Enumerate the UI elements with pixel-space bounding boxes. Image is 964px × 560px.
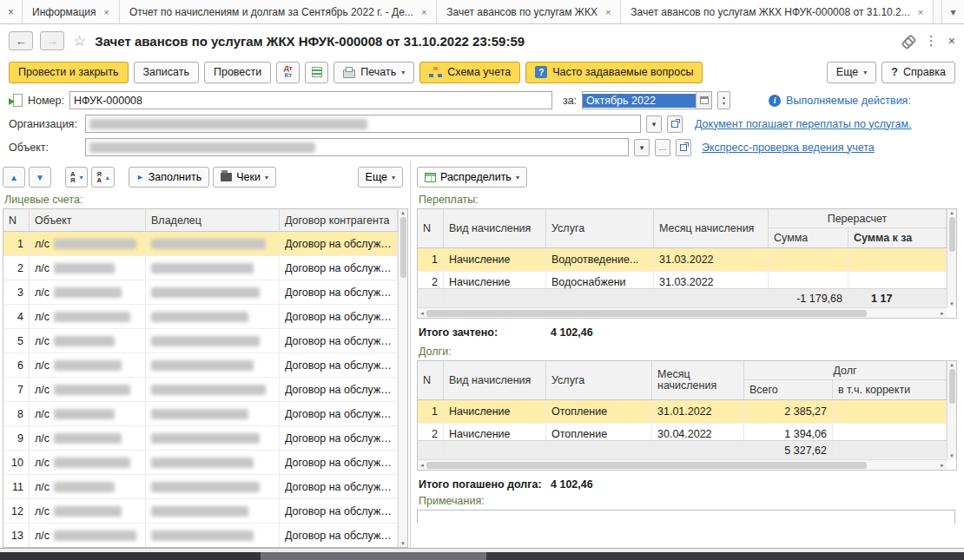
column-header-type[interactable]: Вид начисления: [444, 209, 546, 247]
scroll-down-icon[interactable]: ▼: [949, 301, 954, 306]
account-row[interactable]: 11 л/с Договор на обслужи...: [3, 475, 398, 499]
column-header-service[interactable]: Услуга: [546, 209, 654, 247]
notes-input[interactable]: [417, 510, 955, 524]
account-row[interactable]: 4 л/с Договор на обслужи...: [3, 305, 398, 329]
account-row[interactable]: 6 л/с Договор на обслужи...: [3, 353, 398, 378]
account-row[interactable]: 2 л/с Договор на обслужи...: [3, 256, 398, 280]
column-header-object[interactable]: Объект: [30, 209, 146, 231]
express-check-link[interactable]: Экспресс-проверка ведения учета: [702, 142, 875, 154]
column-header-service[interactable]: Услуга: [546, 361, 652, 399]
scrollbar-thumb[interactable]: [426, 462, 867, 469]
account-row[interactable]: 9 л/с Договор на обслужи...: [3, 426, 398, 451]
number-input[interactable]: НФУК-000008: [69, 91, 552, 109]
tab-report[interactable]: Отчет по начислениям и долгам за Сентябр…: [120, 0, 437, 23]
tab-close-button[interactable]: ×: [0, 0, 23, 23]
account-row[interactable]: 12 л/с Договор на обслужи...: [3, 499, 398, 524]
accounts-vertical-scrollbar[interactable]: ▲ ▼: [398, 209, 407, 547]
debt-row[interactable]: 2 Начисление Отопление 30.04.2022 1 394,…: [418, 424, 947, 440]
distribute-button[interactable]: Распределить ▾: [417, 167, 527, 188]
column-header-month[interactable]: Месяц начисления: [652, 361, 744, 399]
column-group-debt[interactable]: Долг: [744, 361, 947, 380]
fill-button[interactable]: ► Заполнить: [129, 167, 209, 188]
account-row[interactable]: 7 л/с Договор на обслужи...: [3, 378, 398, 402]
sort-asc-button[interactable]: АЯ ▾: [65, 167, 88, 188]
tab-information[interactable]: Информация ×: [23, 0, 120, 23]
tab-offset-document[interactable]: Зачет авансов по услугам ЖКХ НФУК-000008…: [621, 0, 934, 23]
organization-input[interactable]: [85, 115, 641, 133]
account-row[interactable]: 5 л/с Договор на обслужи...: [3, 329, 398, 353]
column-header-total[interactable]: Всего: [744, 380, 833, 399]
close-icon[interactable]: ×: [605, 7, 611, 17]
column-header-n[interactable]: N: [418, 209, 444, 247]
scrollbar-thumb[interactable]: [426, 310, 867, 317]
column-group-recalculation[interactable]: Перерасчет: [769, 209, 947, 228]
more-button[interactable]: Еще ▾: [827, 62, 876, 83]
overpayment-row[interactable]: 2 Начисление Водоснабжени 31.03.2022: [418, 272, 947, 288]
move-down-button[interactable]: ▼: [29, 167, 51, 188]
column-header-n[interactable]: N: [418, 361, 444, 399]
scroll-right-icon[interactable]: ►: [940, 311, 945, 316]
period-spinner[interactable]: ▴ ▾: [717, 91, 730, 109]
overpayment-row[interactable]: 1 Начисление Водоотведение... 31.03.2022: [418, 248, 947, 272]
column-header-n[interactable]: N: [3, 209, 30, 231]
get-link-icon[interactable]: [897, 31, 917, 51]
forward-button[interactable]: →: [40, 31, 64, 50]
object-input[interactable]: [85, 138, 629, 156]
faq-button[interactable]: ? Часто задаваемые вопросы: [525, 62, 703, 83]
post-and-close-button[interactable]: Провести и закрыть: [9, 62, 129, 83]
tab-overflow-button[interactable]: ▾: [941, 0, 964, 23]
chevron-down-icon[interactable]: ▾: [634, 139, 650, 156]
scrollbar-thumb[interactable]: [400, 217, 406, 278]
tab-offset-list[interactable]: Зачет авансов по услугам ЖКХ ×: [437, 0, 621, 23]
account-row[interactable]: 13 л/с Договор на обслужи...: [3, 524, 398, 548]
scroll-right-icon[interactable]: ►: [940, 463, 945, 468]
post-button[interactable]: Провести: [204, 62, 271, 83]
debts-horizontal-scrollbar[interactable]: ◄ ►: [418, 459, 947, 470]
scrollbar-thumb[interactable]: [949, 217, 955, 252]
move-up-button[interactable]: ▲: [3, 167, 25, 188]
chevron-down-icon[interactable]: ▾: [646, 115, 662, 133]
accounts-more-button[interactable]: Еще ▾: [358, 167, 403, 188]
close-icon[interactable]: ×: [421, 7, 426, 17]
period-input[interactable]: Октябрь 2022: [582, 91, 712, 109]
help-button[interactable]: ? Справка: [881, 62, 955, 83]
open-icon[interactable]: [676, 139, 691, 156]
calendar-icon[interactable]: [696, 92, 711, 109]
column-header-sum-offset[interactable]: Сумма к за: [848, 228, 947, 247]
scroll-down-icon[interactable]: ▼: [400, 541, 406, 546]
checks-button[interactable]: Чеки ▾: [213, 167, 276, 188]
show-postings-button[interactable]: ДтКт: [276, 62, 300, 83]
close-icon[interactable]: ×: [103, 7, 109, 17]
overpayments-horizontal-scrollbar[interactable]: ◄ ►: [418, 307, 947, 318]
scrollbar-thumb[interactable]: [949, 369, 955, 404]
save-button[interactable]: Записать: [134, 62, 199, 83]
scroll-up-icon[interactable]: ▲: [949, 210, 954, 215]
sort-desc-button[interactable]: ЯА ▴: [91, 167, 114, 188]
column-header-correction[interactable]: в т.ч. корректи: [833, 380, 947, 399]
close-icon[interactable]: ×: [918, 7, 923, 17]
register-records-button[interactable]: [305, 62, 328, 83]
account-row[interactable]: 1 л/с Договор на обслужи...: [3, 232, 398, 256]
column-header-owner[interactable]: Владелец: [146, 209, 280, 231]
ellipsis-icon[interactable]: …: [655, 139, 670, 156]
overpayments-action-link[interactable]: Документ погашает переплаты по услугам.: [695, 118, 912, 130]
debts-vertical-scrollbar[interactable]: ▲ ▼: [947, 361, 956, 459]
print-button[interactable]: Печать ▾: [333, 62, 414, 83]
column-header-type[interactable]: Вид начисления: [444, 361, 546, 399]
overpayments-vertical-scrollbar[interactable]: ▲ ▼: [947, 209, 956, 307]
scroll-up-icon[interactable]: ▲: [400, 210, 406, 215]
scroll-down-icon[interactable]: ▼: [949, 453, 954, 458]
more-menu-icon[interactable]: ⋮: [925, 33, 938, 49]
favorite-star-icon[interactable]: ☆: [73, 32, 86, 50]
column-header-contract[interactable]: Договор контрагента: [280, 209, 398, 231]
column-header-sum[interactable]: Сумма: [769, 228, 848, 247]
scroll-up-icon[interactable]: ▲: [949, 362, 954, 367]
column-header-month[interactable]: Месяц начисления: [654, 209, 769, 247]
debt-row[interactable]: 1 Начисление Отопление 31.01.2022 2 385,…: [418, 400, 947, 424]
back-button[interactable]: ←: [9, 31, 33, 50]
open-icon[interactable]: [667, 115, 683, 133]
close-icon[interactable]: ×: [948, 34, 955, 48]
account-row[interactable]: 8 л/с Договор на обслужи...: [3, 402, 398, 426]
account-row[interactable]: 3 л/с Договор на обслужи...: [3, 280, 398, 305]
account-row[interactable]: 10 л/с Договор на обслужи...: [3, 451, 398, 475]
